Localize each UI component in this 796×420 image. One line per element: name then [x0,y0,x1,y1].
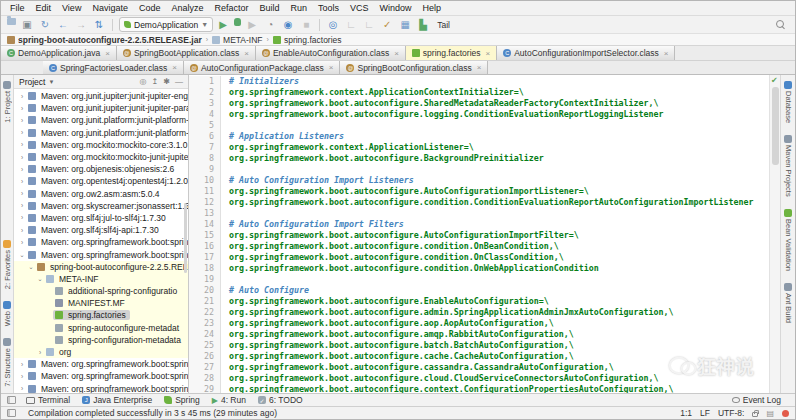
tree-item[interactable]: Maven: org.junit.platform:junit-platform… [26,128,188,138]
chevron-down-icon[interactable]: ⌄ [36,275,44,283]
tree-item[interactable]: Maven: org.junit.platform:junit-platform… [26,115,188,125]
tree-item[interactable]: spring-configuration-metadata [53,335,185,345]
tree-item[interactable]: Maven: org.skyscreamer:jsonassert:1.5.0 [26,201,188,211]
tree-row[interactable]: ›Maven: org.skyscreamer:jsonassert:1.5.0 [14,200,188,212]
chevron-right-icon[interactable]: › [18,105,26,112]
tree-row[interactable]: ›Maven: org.slf4j:slf4j-api:1.7.30 [14,224,188,236]
step-into-icon[interactable]: ∟ [362,18,376,32]
toolwindow-button-java-enterprise[interactable]: JJava Enterprise [82,395,152,405]
tree-item[interactable]: Maven: org.springframework.boot:spring [26,384,188,393]
menu-view[interactable]: View [57,2,86,14]
chevron-right-icon[interactable]: › [18,141,26,148]
stripe-button-2-favorites[interactable]: 2: Favorites [3,240,12,289]
inspect-code-icon[interactable]: ✓ [380,18,394,32]
menu-build[interactable]: Build [254,2,284,14]
tree-row[interactable]: ›Maven: org.junit.jupiter:junit-jupiter-… [14,102,188,114]
stripe-button-database[interactable]: Database [784,81,793,123]
run-configuration-select[interactable]: DemoApplication ▼ [119,17,213,32]
tree-row[interactable]: ›Maven: org.objenesis:objenesis:2.6 [14,163,188,175]
collapse-all-icon[interactable]: ↥ [152,77,159,86]
profile-icon[interactable]: ◔ [263,18,277,32]
chevron-right-icon[interactable]: › [18,93,26,100]
tree-row[interactable]: ›Maven: org.springframework.boot:spring [14,236,188,248]
tree-row[interactable]: ›Maven: org.ow2.asm:asm:5.0.4 [14,188,188,200]
menu-vcs[interactable]: VCS [345,2,374,14]
chevron-down-icon[interactable]: ▼ [48,79,54,85]
tree-row[interactable]: ⌄spring-boot-autoconfigure-2.2.5.RELE [14,261,188,273]
tree-row[interactable]: ›org [14,346,188,358]
tree-row[interactable]: ›Maven: org.junit.platform:junit-platfor… [14,114,188,126]
settings-gear-icon[interactable]: ✱ [163,77,170,86]
stop-icon[interactable]: ■ [299,18,313,32]
tool-windows-icon[interactable]: ▦ [398,18,412,32]
tab-demoapplication-java[interactable]: CDemoApplication.java× [1,46,117,60]
tab-close-icon[interactable]: × [394,49,399,58]
stripe-button-1-project[interactable]: 1: Project [3,81,12,123]
editor-scrollbar[interactable]: ✔ [769,75,780,393]
locate-icon[interactable]: ◎ [140,77,147,86]
stripe-button-web[interactable]: Web [3,301,12,326]
chevron-right-icon[interactable]: › [18,190,26,197]
tree-item[interactable]: org [44,347,75,357]
tab-autoconfigurationimportselector-class[interactable]: CAutoConfigurationImportSelector.class× [497,46,675,60]
stripe-button-7-structure[interactable]: 7: Structure [3,338,12,387]
tree-item[interactable]: Maven: org.springframework.boot:spring [26,250,188,260]
tab-close-icon[interactable]: × [105,49,110,58]
search-structurally-icon[interactable]: ◎ [326,18,340,32]
tree-row[interactable]: ›Maven: org.springframework.boot:spring [14,370,188,382]
menu-tools[interactable]: Tools [313,2,344,14]
line-ending-indicator[interactable]: LF [700,408,710,418]
tab-close-icon[interactable]: × [664,49,669,58]
tab-springfactoriesloader-class[interactable]: CSpringFactoriesLoader.class× [43,61,184,74]
breadcrumb-item[interactable]: spring.factories [273,35,342,45]
tab-spring-factories[interactable]: spring.factories× [406,46,497,60]
tree-item[interactable]: Maven: org.springframework.boot:spring [26,359,188,369]
tree-row[interactable]: MANIFEST.MF [14,297,188,309]
tab-springbootconfiguration-class[interactable]: @SpringBootConfiguration.class× [340,61,488,74]
chevron-down-icon[interactable]: ⌄ [18,251,26,259]
tool-window-switcher-icon[interactable] [7,409,16,417]
tree-item[interactable]: spring-boot-autoconfigure-2.2.5.RELE [35,262,188,272]
tree-row[interactable]: spring-autoconfigure-metadat [14,322,188,334]
tree-item[interactable]: spring-autoconfigure-metadat [53,323,183,333]
tree-row[interactable]: ›Maven: org.mockito:mockito-core:3.1.0 [14,139,188,151]
toolwindow-button-terminal[interactable]: Terminal [26,395,70,405]
menu-analyze[interactable]: Analyze [166,2,208,14]
run-coverage-icon[interactable]: ▶ [245,18,259,32]
tab-close-icon[interactable]: × [486,49,491,58]
tree-item[interactable]: Maven: org.junit.jupiter:junit-jupiter-p… [26,103,188,113]
tab-enableautoconfiguration-class[interactable]: @EnableAutoConfiguration.class× [256,46,406,60]
step-over-icon[interactable]: ∟ [344,18,358,32]
stripe-button-maven-projects[interactable]: Maven Projects [784,135,793,197]
menu-file[interactable]: File [5,2,30,14]
editor-area[interactable]: 1# Initializers2org.springframework.cont… [189,75,780,393]
tree-item[interactable]: additional-spring-configuratio [53,286,181,296]
caret-position[interactable]: 1:1 [680,408,692,418]
breadcrumb-item[interactable]: spring-boot-autoconfigure-2.2.5.RELEASE.… [7,35,202,45]
tree-item[interactable]: spring.factories [53,310,130,320]
tree-row[interactable]: ⌄META-INF [14,273,188,285]
tree-row[interactable]: ›Maven: org.junit.platform:junit-platfor… [14,127,188,139]
tree-item[interactable]: META-INF [44,274,103,284]
tab-autoconfigurationpackage-class[interactable]: @AutoConfigurationPackage.class× [184,61,341,74]
event-log-button[interactable]: Event Log [732,395,781,405]
chevron-right-icon[interactable]: › [18,373,26,380]
stripe-button-bean-validation[interactable]: Bean Validation [784,209,793,271]
tree-item[interactable]: Maven: org.mockito:mockito-junit-jupite [26,152,188,162]
tab-close-icon[interactable]: × [172,63,177,72]
forward-icon[interactable]: → [74,18,88,32]
notification-icon[interactable] [782,410,789,417]
chevron-right-icon[interactable]: › [18,129,26,136]
plugin-icon[interactable]: ▙ [416,18,430,32]
chevron-right-icon[interactable]: › [18,385,26,392]
tab-springbootapplication-class[interactable]: @SpringBootApplication.class× [117,46,256,60]
tree-row[interactable]: ›Maven: org.opentest4j:opentest4j:1.2.0 [14,175,188,187]
attach-profiler-icon[interactable]: ◉ [281,18,295,32]
tree-item[interactable]: MANIFEST.MF [53,298,129,308]
tree-row[interactable]: additional-spring-configuratio [14,285,188,297]
run-icon[interactable]: ▶ [216,18,230,32]
tab-close-icon[interactable]: × [329,63,334,72]
chevron-right-icon[interactable]: › [18,154,26,161]
menu-code[interactable]: Code [134,2,166,14]
chevron-right-icon[interactable]: › [18,117,26,124]
